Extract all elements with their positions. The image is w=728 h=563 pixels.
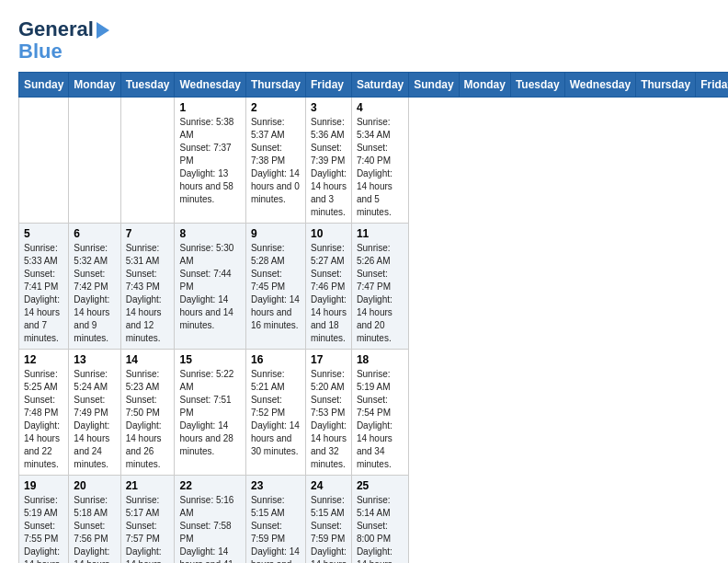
calendar-cell: 16Sunrise: 5:21 AMSunset: 7:52 PMDayligh…: [245, 350, 305, 476]
calendar-cell: 22Sunrise: 5:16 AMSunset: 7:58 PMDayligh…: [175, 476, 245, 563]
weekday-header: Thursday: [636, 73, 696, 98]
calendar-cell: [19, 98, 69, 224]
calendar-cell: 3Sunrise: 5:36 AMSunset: 7:39 PMDaylight…: [305, 98, 351, 224]
day-number: 10: [311, 227, 347, 240]
calendar-cell: 18Sunrise: 5:19 AMSunset: 7:54 PMDayligh…: [351, 350, 408, 476]
day-info: Sunrise: 5:33 AMSunset: 7:41 PMDaylight:…: [24, 242, 63, 345]
weekday-header: Sunday: [19, 73, 69, 98]
day-number: 22: [179, 479, 240, 492]
day-info: Sunrise: 5:21 AMSunset: 7:52 PMDaylight:…: [251, 368, 301, 458]
calendar-week-row: 5Sunrise: 5:33 AMSunset: 7:41 PMDaylight…: [19, 224, 729, 350]
calendar-cell: 13Sunrise: 5:24 AMSunset: 7:49 PMDayligh…: [69, 350, 120, 476]
calendar-cell: 1Sunrise: 5:38 AMSunset: 7:37 PMDaylight…: [175, 98, 245, 224]
day-info: Sunrise: 5:37 AMSunset: 7:38 PMDaylight:…: [251, 116, 301, 206]
day-number: 23: [251, 479, 301, 492]
calendar-week-row: 1Sunrise: 5:38 AMSunset: 7:37 PMDaylight…: [19, 98, 729, 224]
day-info: Sunrise: 5:19 AMSunset: 7:55 PMDaylight:…: [24, 494, 63, 563]
day-number: 25: [357, 479, 404, 492]
day-info: Sunrise: 5:36 AMSunset: 7:39 PMDaylight:…: [311, 116, 347, 219]
day-number: 3: [311, 101, 347, 114]
calendar-cell: 8Sunrise: 5:30 AMSunset: 7:44 PMDaylight…: [175, 224, 245, 350]
day-number: 6: [74, 227, 115, 240]
calendar-cell: 4Sunrise: 5:34 AMSunset: 7:40 PMDaylight…: [351, 98, 408, 224]
day-info: Sunrise: 5:25 AMSunset: 7:48 PMDaylight:…: [24, 368, 63, 471]
weekday-header: Thursday: [245, 73, 305, 98]
day-info: Sunrise: 5:26 AMSunset: 7:47 PMDaylight:…: [357, 242, 404, 345]
day-info: Sunrise: 5:30 AMSunset: 7:44 PMDaylight:…: [179, 242, 240, 332]
weekday-header: Tuesday: [510, 73, 564, 98]
weekday-header: Monday: [69, 73, 120, 98]
calendar-cell: 11Sunrise: 5:26 AMSunset: 7:47 PMDayligh…: [351, 224, 408, 350]
logo-subtext: Blue: [18, 40, 109, 63]
page-header: General Blue: [18, 18, 710, 63]
weekday-header: Wednesday: [175, 73, 245, 98]
calendar-cell: 20Sunrise: 5:18 AMSunset: 7:56 PMDayligh…: [69, 476, 120, 563]
day-info: Sunrise: 5:34 AMSunset: 7:40 PMDaylight:…: [357, 116, 404, 219]
calendar-cell: 24Sunrise: 5:15 AMSunset: 7:59 PMDayligh…: [305, 476, 351, 563]
calendar-cell: [69, 98, 120, 224]
calendar-cell: 15Sunrise: 5:22 AMSunset: 7:51 PMDayligh…: [175, 350, 245, 476]
day-number: 18: [357, 353, 404, 366]
day-number: 20: [74, 479, 115, 492]
calendar-cell: 2Sunrise: 5:37 AMSunset: 7:38 PMDaylight…: [245, 98, 305, 224]
calendar-cell: 6Sunrise: 5:32 AMSunset: 7:42 PMDaylight…: [69, 224, 120, 350]
weekday-header: Friday: [696, 73, 728, 98]
day-info: Sunrise: 5:14 AMSunset: 8:00 PMDaylight:…: [357, 494, 404, 563]
calendar-cell: 25Sunrise: 5:14 AMSunset: 8:00 PMDayligh…: [351, 476, 408, 563]
day-info: Sunrise: 5:23 AMSunset: 7:50 PMDaylight:…: [126, 368, 170, 471]
day-info: Sunrise: 5:20 AMSunset: 7:53 PMDaylight:…: [311, 368, 347, 471]
calendar-cell: 7Sunrise: 5:31 AMSunset: 7:43 PMDaylight…: [120, 224, 175, 350]
calendar-cell: 23Sunrise: 5:15 AMSunset: 7:59 PMDayligh…: [245, 476, 305, 563]
day-number: 21: [126, 479, 170, 492]
day-info: Sunrise: 5:38 AMSunset: 7:37 PMDaylight:…: [179, 116, 240, 206]
calendar-cell: [120, 98, 175, 224]
day-number: 14: [126, 353, 170, 366]
calendar-cell: 21Sunrise: 5:17 AMSunset: 7:57 PMDayligh…: [120, 476, 175, 563]
day-number: 13: [74, 353, 115, 366]
calendar-week-row: 12Sunrise: 5:25 AMSunset: 7:48 PMDayligh…: [19, 350, 729, 476]
day-info: Sunrise: 5:17 AMSunset: 7:57 PMDaylight:…: [126, 494, 170, 563]
day-number: 2: [251, 101, 301, 114]
weekday-header: Wednesday: [564, 73, 635, 98]
day-number: 7: [126, 227, 170, 240]
day-number: 15: [179, 353, 240, 366]
day-number: 24: [311, 479, 347, 492]
logo-arrow-icon: [97, 22, 109, 39]
weekday-header: Sunday: [409, 73, 459, 98]
calendar-table: SundayMondayTuesdayWednesdayThursdayFrid…: [18, 72, 728, 563]
calendar-cell: 10Sunrise: 5:27 AMSunset: 7:46 PMDayligh…: [305, 224, 351, 350]
day-number: 11: [357, 227, 404, 240]
calendar-cell: 5Sunrise: 5:33 AMSunset: 7:41 PMDaylight…: [19, 224, 69, 350]
calendar-cell: 19Sunrise: 5:19 AMSunset: 7:55 PMDayligh…: [19, 476, 69, 563]
day-info: Sunrise: 5:24 AMSunset: 7:49 PMDaylight:…: [74, 368, 115, 471]
day-info: Sunrise: 5:32 AMSunset: 7:42 PMDaylight:…: [74, 242, 115, 345]
day-number: 16: [251, 353, 301, 366]
logo: General Blue: [18, 18, 109, 63]
weekday-header: Saturday: [351, 73, 408, 98]
day-number: 19: [24, 479, 63, 492]
weekday-header: Tuesday: [120, 73, 175, 98]
logo-text: General: [18, 18, 94, 40]
day-info: Sunrise: 5:15 AMSunset: 7:59 PMDaylight:…: [251, 494, 301, 563]
calendar-cell: 14Sunrise: 5:23 AMSunset: 7:50 PMDayligh…: [120, 350, 175, 476]
day-info: Sunrise: 5:28 AMSunset: 7:45 PMDaylight:…: [251, 242, 301, 332]
weekday-header: Monday: [459, 73, 510, 98]
day-number: 12: [24, 353, 63, 366]
day-number: 8: [179, 227, 240, 240]
calendar-week-row: 19Sunrise: 5:19 AMSunset: 7:55 PMDayligh…: [19, 476, 729, 563]
day-number: 5: [24, 227, 63, 240]
day-info: Sunrise: 5:19 AMSunset: 7:54 PMDaylight:…: [357, 368, 404, 471]
day-info: Sunrise: 5:18 AMSunset: 7:56 PMDaylight:…: [74, 494, 115, 563]
weekday-header: Friday: [305, 73, 351, 98]
calendar-cell: 12Sunrise: 5:25 AMSunset: 7:48 PMDayligh…: [19, 350, 69, 476]
day-info: Sunrise: 5:31 AMSunset: 7:43 PMDaylight:…: [126, 242, 170, 345]
day-number: 1: [179, 101, 240, 114]
day-info: Sunrise: 5:27 AMSunset: 7:46 PMDaylight:…: [311, 242, 347, 345]
day-number: 17: [311, 353, 347, 366]
calendar-cell: 17Sunrise: 5:20 AMSunset: 7:53 PMDayligh…: [305, 350, 351, 476]
calendar-cell: 9Sunrise: 5:28 AMSunset: 7:45 PMDaylight…: [245, 224, 305, 350]
calendar-header-row: SundayMondayTuesdayWednesdayThursdayFrid…: [19, 73, 729, 98]
day-number: 4: [357, 101, 404, 114]
day-info: Sunrise: 5:16 AMSunset: 7:58 PMDaylight:…: [179, 494, 240, 563]
day-info: Sunrise: 5:22 AMSunset: 7:51 PMDaylight:…: [179, 368, 240, 458]
